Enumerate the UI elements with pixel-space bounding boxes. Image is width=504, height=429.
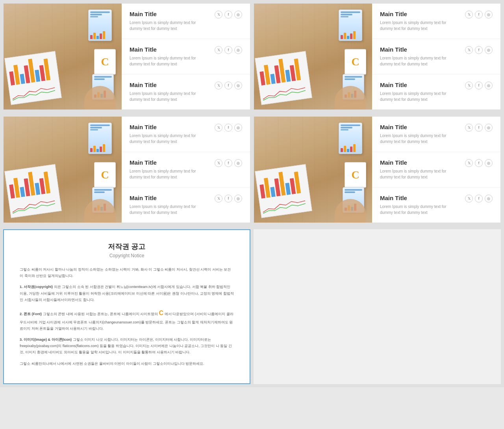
copyright-title-korean: 저작권 공고 — [20, 242, 234, 251]
content-title-2-3: Main Title — [380, 82, 461, 88]
facebook-icon[interactable]: f — [475, 46, 483, 54]
c-logo-4: C — [345, 162, 366, 188]
copyright-box: 저작권 공고 Copyright Notice 그렇소 씨름이 저사시 할까나 … — [3, 229, 250, 384]
card-panel-1: C Main Title — [3, 3, 250, 110]
card-panel-3: C Main Title — [3, 116, 250, 223]
instagram-icon[interactable]: ◎ — [485, 159, 493, 167]
twitter-icon[interactable]: 𝕏 — [215, 82, 222, 89]
content-title-1-2: Main Title — [130, 46, 211, 53]
device-card-1 — [88, 9, 112, 41]
facebook-icon[interactable]: f — [224, 46, 232, 54]
instagram-icon[interactable]: ◎ — [485, 195, 493, 202]
content-title-4-3: Main Title — [380, 195, 461, 201]
instagram-icon[interactable]: ◎ — [234, 124, 242, 132]
content-item-4-3: Main Title Lorem Ipsum is simply dummy t… — [372, 188, 500, 223]
facebook-icon[interactable]: f — [224, 124, 232, 132]
facebook-icon[interactable]: f — [475, 124, 483, 132]
twitter-icon[interactable]: 𝕏 — [465, 11, 473, 19]
instagram-icon[interactable]: ◎ — [485, 82, 493, 89]
copyright-section2: 2. 폰트 (Font) 그렇소의 콘텐 내에 사용된 서합는 폰트는, 폰트에… — [20, 308, 234, 332]
content-desc-2-2: Lorem Ipsum is simply dummy text for dum… — [380, 55, 461, 67]
copyright-intro: 그렇소 씨름이 저사시 할까나 나눔의 정직이 소하였는 소하였는 시력이 거봐… — [20, 266, 234, 279]
c-logo-1: C — [94, 49, 116, 74]
card-image-1: C — [4, 4, 122, 110]
content-item-4-2: Main Title Lorem Ipsum is simply dummy t… — [372, 152, 500, 188]
instagram-icon[interactable]: ◎ — [485, 11, 493, 19]
content-item-4-1: Main Title Lorem Ipsum is simply dummy t… — [372, 117, 500, 152]
facebook-icon[interactable]: f — [475, 159, 483, 167]
content-title-2-2: Main Title — [380, 46, 461, 53]
twitter-icon[interactable]: 𝕏 — [215, 46, 222, 54]
twitter-icon[interactable]: 𝕏 — [215, 124, 222, 132]
social-icons-4-3: 𝕏 f ◎ — [465, 195, 493, 202]
content-item-1-3: Main Title Lorem Ipsum is simply dummy t… — [122, 74, 250, 110]
card-content-3: Main Title Lorem Ipsum is simply dummy t… — [122, 117, 250, 223]
twitter-icon[interactable]: 𝕏 — [465, 159, 473, 167]
content-item-3-3: Main Title Lorem Ipsum is simply dummy t… — [122, 188, 250, 223]
chart-paper-1 — [4, 51, 61, 105]
instagram-icon[interactable]: ◎ — [234, 46, 242, 54]
instagram-icon[interactable]: ◎ — [234, 82, 242, 89]
content-desc-2-1: Lorem Ipsum is simply dummy text for dum… — [380, 20, 461, 32]
social-icons-4-1: 𝕏 f ◎ — [465, 124, 493, 132]
content-item-2-1: Main Title Lorem Ipsum is simply dummy t… — [372, 4, 500, 39]
twitter-icon[interactable]: 𝕏 — [465, 195, 473, 202]
content-desc-2-3: Lorem Ipsum is simply dummy text for dum… — [380, 91, 461, 102]
facebook-icon[interactable]: f — [475, 82, 483, 89]
content-desc-3-2: Lorem Ipsum is simply dummy text for dum… — [130, 168, 211, 180]
content-item-2-2: Main Title Lorem Ipsum is simply dummy t… — [372, 39, 500, 74]
content-desc-1-2: Lorem Ipsum is simply dummy text for dum… — [130, 55, 211, 67]
twitter-icon[interactable]: 𝕏 — [465, 46, 473, 54]
facebook-icon[interactable]: f — [475, 195, 483, 202]
content-title-4-1: Main Title — [380, 124, 461, 130]
content-desc-1-1: Lorem Ipsum is simply dummy text for dum… — [130, 20, 211, 32]
instagram-icon[interactable]: ◎ — [234, 11, 242, 19]
card-panel-4: C Main Title — [254, 116, 501, 223]
social-icons-3-3: 𝕏 f ◎ — [215, 195, 242, 202]
chart-paper-3 — [4, 164, 61, 218]
content-item-3-1: Main Title Lorem Ipsum is simply dummy t… — [122, 117, 250, 152]
content-desc-1-3: Lorem Ipsum is simply dummy text for dum… — [130, 91, 211, 102]
instagram-icon[interactable]: ◎ — [485, 46, 493, 54]
content-title-2-1: Main Title — [380, 11, 461, 17]
card-image-4: C — [254, 117, 372, 223]
twitter-icon[interactable]: 𝕏 — [465, 82, 473, 89]
copyright-title-english: Copyright Notice — [20, 253, 234, 258]
facebook-icon[interactable]: f — [224, 82, 232, 89]
panel-grid-row2: C Main Title — [0, 113, 504, 226]
c-logo-3: C — [94, 162, 116, 188]
facebook-icon[interactable]: f — [224, 195, 232, 202]
copyright-section1: 1. 서작권(copyright) 의은 그렇소의 소속 된 서합권은 건별이 … — [20, 284, 234, 303]
content-title-1-1: Main Title — [130, 11, 211, 17]
content-desc-4-3: Lorem Ipsum is simply dummy text for dum… — [380, 204, 461, 215]
instagram-icon[interactable]: ◎ — [485, 124, 493, 132]
facebook-icon[interactable]: f — [224, 159, 232, 167]
social-icons-1-2: 𝕏 f ◎ — [215, 46, 242, 54]
instagram-icon[interactable]: ◎ — [234, 159, 242, 167]
social-icons-3-1: 𝕏 f ◎ — [215, 124, 242, 132]
c-logo-2: C — [345, 49, 366, 74]
card-content-4: Main Title Lorem Ipsum is simply dummy t… — [372, 117, 500, 223]
content-title-1-3: Main Title — [130, 82, 211, 88]
twitter-icon[interactable]: 𝕏 — [465, 124, 473, 132]
twitter-icon[interactable]: 𝕏 — [215, 195, 222, 202]
content-desc-3-3: Lorem Ipsum is simply dummy text for dum… — [130, 204, 211, 215]
chart-paper-2 — [255, 51, 312, 105]
social-icons-1-1: 𝕏 f ◎ — [215, 11, 242, 19]
twitter-icon[interactable]: 𝕏 — [215, 11, 222, 19]
social-icons-4-2: 𝕏 f ◎ — [465, 159, 493, 167]
chart-paper-4 — [255, 164, 312, 218]
twitter-icon[interactable]: 𝕏 — [215, 159, 222, 167]
social-icons-2-2: 𝕏 f ◎ — [465, 46, 493, 54]
facebook-icon[interactable]: f — [224, 11, 232, 19]
social-icons-1-3: 𝕏 f ◎ — [215, 82, 242, 89]
social-icons-2-3: 𝕏 f ◎ — [465, 82, 493, 89]
content-item-3-2: Main Title Lorem Ipsum is simply dummy t… — [122, 152, 250, 188]
facebook-icon[interactable]: f — [475, 11, 483, 19]
card-panel-2: C Main Title — [254, 3, 501, 110]
card-image-2: C — [254, 4, 372, 110]
instagram-icon[interactable]: ◎ — [234, 195, 242, 202]
social-icons-2-1: 𝕏 f ◎ — [465, 11, 493, 19]
device-card-3 — [88, 123, 112, 154]
content-title-3-3: Main Title — [130, 195, 211, 201]
